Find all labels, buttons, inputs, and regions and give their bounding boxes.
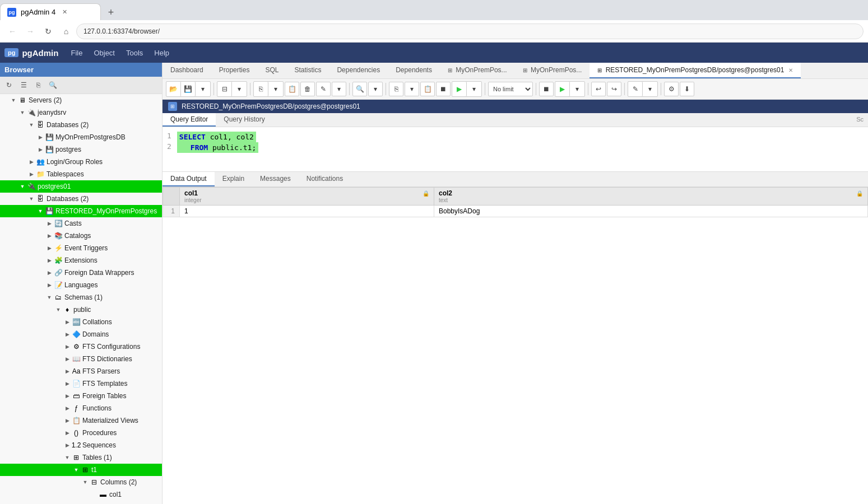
sidebar-item-servers[interactable]: ▼ 🖥 Servers (2) <box>0 94 162 106</box>
tab-messages[interactable]: Messages <box>252 172 299 186</box>
edit-dropdown-button[interactable]: ▾ <box>332 82 346 96</box>
sidebar-item-jeanydsrv-databases[interactable]: ▼ 🗄 Databases (2) <box>0 119 162 131</box>
sidebar-item-col2[interactable]: ▬ col2 <box>0 501 162 504</box>
tab-myonprem1[interactable]: ⊞ MyOnPremPos... <box>440 63 515 78</box>
tab-query-history[interactable]: Query History <box>216 113 272 127</box>
copy-rows-button[interactable]: ⎘ <box>389 82 403 96</box>
tab-restored[interactable]: ⊞ RESTORED_MyOnPremPostgresDB/postgres@p… <box>590 63 800 78</box>
stop-exec-button[interactable]: ⏹ <box>539 82 554 96</box>
tab-properties[interactable]: Properties <box>211 63 258 78</box>
address-bar[interactable]: 127.0.0.1:63374/browser/ <box>76 24 864 39</box>
new-tab-button[interactable]: + <box>103 4 119 20</box>
tab-explain[interactable]: Explain <box>215 172 252 186</box>
tab-close-button[interactable]: ✕ <box>60 8 69 17</box>
execute-button[interactable]: ▶ <box>452 82 467 96</box>
sidebar-item-myonprem-db[interactable]: ▶ 💾 MyOnPremPostgresDB <box>0 131 162 143</box>
copy-button[interactable]: ⎘ <box>31 78 45 92</box>
forward-button[interactable]: → <box>22 24 38 39</box>
file-menu[interactable]: File <box>65 46 88 59</box>
reload-button[interactable]: ↻ <box>40 24 56 39</box>
save-dropdown-button[interactable]: ▾ <box>196 82 210 96</box>
help-menu[interactable]: Help <box>148 46 175 59</box>
find-button[interactable]: 🔍 <box>352 82 367 96</box>
sidebar-item-public[interactable]: ▼ ♦ public <box>0 304 162 316</box>
refresh-button[interactable]: ↻ <box>2 78 16 92</box>
sidebar-item-domains[interactable]: ▶ 🔷 Domains <box>0 328 162 340</box>
sidebar-item-fts-configurations[interactable]: ▶ ⚙ FTS Configurations <box>0 340 162 353</box>
sidebar-item-t1[interactable]: ▼ ⊞ t1 <box>0 464 162 476</box>
expand-servers-icon: ▼ <box>9 96 18 105</box>
sidebar-item-tables[interactable]: ▼ ⊞ Tables (1) <box>0 451 162 464</box>
sidebar-item-postgres01[interactable]: ▼ 🔌 postgres01 <box>0 180 162 193</box>
sidebar-item-foreign-tables[interactable]: ▶ 🗃 Foreign Tables <box>0 390 162 402</box>
edit-button[interactable]: ✎ <box>316 82 331 96</box>
tab-notifications[interactable]: Notifications <box>299 172 351 186</box>
view-list-button[interactable]: ☰ <box>17 78 30 92</box>
tab-dashboard[interactable]: Dashboard <box>163 63 211 78</box>
sidebar-item-login-roles[interactable]: ▶ 👥 Login/Group Roles <box>0 156 162 168</box>
tab-data-output[interactable]: Data Output <box>163 172 215 186</box>
tab-myonprem2[interactable]: ⊞ MyOnPremPos... <box>515 63 590 78</box>
home-button[interactable]: ⌂ <box>58 24 74 39</box>
search-button[interactable]: 🔍 <box>46 78 59 92</box>
sidebar-item-fts-templates[interactable]: ▶ 📄 FTS Templates <box>0 377 162 390</box>
table-row: 1 1 BobbyIsADog <box>163 206 868 217</box>
row-limit-select[interactable]: No limit <box>488 82 533 96</box>
sidebar-item-casts[interactable]: ▶ 🔄 Casts <box>0 217 162 230</box>
play-dropdown-button[interactable]: ▾ <box>570 82 584 96</box>
paste-rows-button[interactable]: 📋 <box>420 82 435 96</box>
save-file-button[interactable]: 💾 <box>181 82 196 96</box>
sidebar-item-postgres-db[interactable]: ▶ 💾 postgres <box>0 143 162 156</box>
tools-menu[interactable]: Tools <box>120 46 148 59</box>
sidebar-item-schemas[interactable]: ▼ 🗂 Schemas (1) <box>0 291 162 304</box>
sidebar-item-event-triggers[interactable]: ▶ ⚡ Event Triggers <box>0 242 162 254</box>
pgadmin-logo: pg pgAdmin <box>4 48 58 58</box>
fts-config-icon: ⚙ <box>72 342 81 351</box>
play-button[interactable]: ▶ <box>555 82 570 96</box>
commit-button[interactable]: ↩ <box>591 82 606 96</box>
sidebar-item-jeanydsrv[interactable]: ▼ 🔌 jeanydsrv <box>0 106 162 119</box>
sidebar-item-col1[interactable]: ▬ col1 <box>0 488 162 501</box>
tab-dependents[interactable]: Dependents <box>388 63 440 78</box>
sidebar-item-restored-db[interactable]: ▼ 💾 RESTORED_MyOnPremPostgres <box>0 205 162 217</box>
open-file-button[interactable]: 📂 <box>166 82 181 96</box>
sidebar-item-fts-parsers[interactable]: ▶ Aa FTS Parsers <box>0 365 162 377</box>
sidebar-item-extensions[interactable]: ▶ 🧩 Extensions <box>0 254 162 267</box>
format-dropdown-button[interactable]: ▾ <box>643 82 657 96</box>
execute-dropdown-button[interactable]: ▾ <box>467 82 481 96</box>
macros-manage-button[interactable]: ⬇ <box>680 82 694 96</box>
sidebar-item-postgres01-databases[interactable]: ▼ 🗄 Databases (2) <box>0 193 162 205</box>
sidebar-item-columns[interactable]: ▼ ⊟ Columns (2) <box>0 476 162 488</box>
copy-rows-dropdown[interactable]: ▾ <box>405 82 419 96</box>
paste-button[interactable]: 📋 <box>285 82 299 96</box>
sidebar-item-sequences[interactable]: ▶ 1.2 Sequences <box>0 439 162 451</box>
filter-dropdown-button[interactable]: ▾ <box>232 82 247 96</box>
filter-button[interactable]: ⊟ <box>217 82 232 96</box>
tab-sql[interactable]: SQL <box>257 63 286 78</box>
rollback-button[interactable]: ↪ <box>607 82 621 96</box>
browser-tab[interactable]: pg pgAdmin 4 ✕ <box>0 3 101 20</box>
copy-dropdown-button[interactable]: ▾ <box>268 82 283 96</box>
copy-button[interactable]: ⎘ <box>254 82 268 96</box>
sidebar-item-languages[interactable]: ▶ 📝 Languages <box>0 279 162 291</box>
tab-statistics[interactable]: Statistics <box>286 63 329 78</box>
delete-button[interactable]: 🗑 <box>300 82 315 96</box>
tab-dependencies[interactable]: Dependencies <box>329 63 388 78</box>
back-button[interactable]: ← <box>4 24 20 39</box>
expand-login-roles-icon: ▶ <box>27 157 36 166</box>
sidebar-item-functions[interactable]: ▶ ƒ Functions <box>0 402 162 414</box>
sidebar-item-catalogs[interactable]: ▶ 📚 Catalogs <box>0 230 162 242</box>
sidebar-item-fts-dictionaries[interactable]: ▶ 📖 FTS Dictionaries <box>0 353 162 365</box>
macros-button[interactable]: ⚙ <box>664 82 679 96</box>
sidebar-item-materialized-views[interactable]: ▶ 📋 Materialized Views <box>0 414 162 427</box>
format-button[interactable]: ✎ <box>628 82 643 96</box>
stop-button[interactable]: ⏹ <box>436 82 451 96</box>
sidebar-item-collations[interactable]: ▶ 🔤 Collations <box>0 316 162 328</box>
tab-query-editor[interactable]: Query Editor <box>163 113 216 127</box>
query-code-area[interactable]: 1 SELECT col1, col2 2 FROM public.t1; <box>163 127 868 172</box>
object-menu[interactable]: Object <box>88 46 120 59</box>
sidebar-item-tablespaces[interactable]: ▶ 📁 Tablespaces <box>0 168 162 180</box>
sidebar-item-foreign-data-wrappers[interactable]: ▶ 🔗 Foreign Data Wrappers <box>0 267 162 279</box>
sidebar-item-procedures[interactable]: ▶ () Procedures <box>0 427 162 439</box>
find-dropdown-button[interactable]: ▾ <box>368 82 383 96</box>
